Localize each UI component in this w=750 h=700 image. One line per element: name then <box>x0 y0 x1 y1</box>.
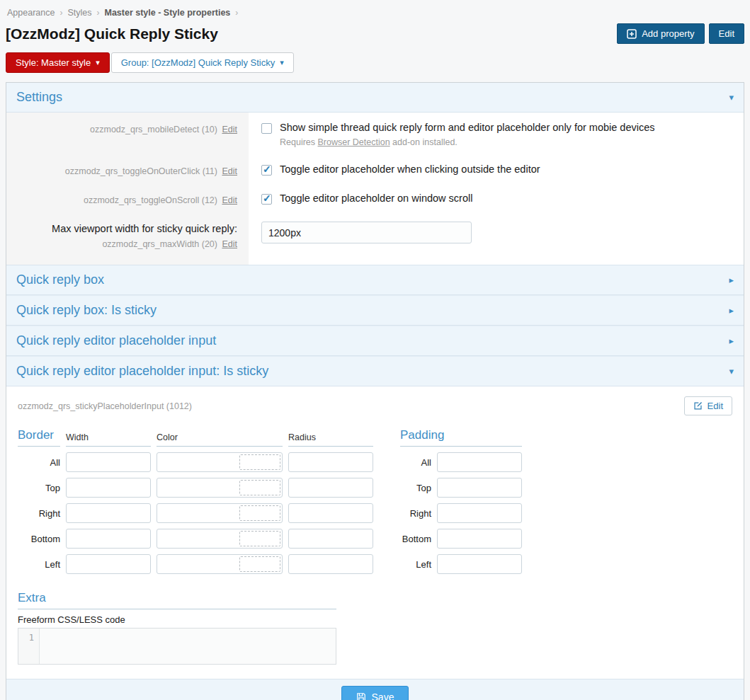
settings-row-toggle-outer-click: ozzmodz_qrs_toggleOnOuterClick (11) Edit… <box>6 154 744 183</box>
pencil-square-icon <box>693 401 703 411</box>
border-width-bottom-input[interactable] <box>66 529 151 549</box>
property-name: ozzmodz_qrs_mobileDetect (10) <box>90 125 217 134</box>
checkbox-label: Show simple thread quick reply form and … <box>280 122 655 133</box>
section-title: Quick reply editor placeholder input: Is… <box>16 364 268 379</box>
breadcrumb-appearance[interactable]: Appearance <box>7 8 55 18</box>
border-radius-bottom-input[interactable] <box>288 529 373 549</box>
color-swatch-button[interactable] <box>239 480 280 495</box>
property-name: ozzmodz_qrs_toggleOnOuterClick (11) <box>65 166 217 176</box>
section-header-quick-reply-box[interactable]: Quick reply box ▸ <box>6 265 744 295</box>
property-name: ozzmodz_qrs_toggleOnScroll (12) <box>84 195 217 205</box>
border-block: Border Width Color Radius All Top <box>18 428 373 574</box>
edit-property-button[interactable]: Edit <box>684 396 732 415</box>
border-color-bottom-input[interactable] <box>157 529 238 548</box>
property-edit-link[interactable]: Edit <box>222 125 237 134</box>
border-row-label: Left <box>18 559 60 570</box>
padding-bottom-input[interactable] <box>437 529 522 549</box>
border-radius-left-input[interactable] <box>288 554 373 574</box>
padding-row-label: Left <box>400 559 431 570</box>
style-selector-button[interactable]: Style: Master style ▾ <box>6 52 110 73</box>
plus-square-icon <box>627 29 637 39</box>
settings-body: ozzmodz_qrs_mobileDetect (10) Edit Show … <box>6 113 744 265</box>
chevron-down-icon: ▾ <box>96 58 100 67</box>
padding-row-label: Bottom <box>400 534 431 544</box>
toggle-on-scroll-checkbox[interactable] <box>261 194 272 205</box>
padding-title: Padding <box>400 428 522 447</box>
panel-footer: Save <box>6 679 744 700</box>
breadcrumb-styles[interactable]: Styles <box>67 8 91 18</box>
mobile-detect-option[interactable]: Show simple thread quick reply form and … <box>261 122 731 134</box>
border-color-all-input[interactable] <box>157 453 238 471</box>
toggle-outer-click-checkbox[interactable] <box>261 165 272 176</box>
css-code-input[interactable] <box>40 629 336 664</box>
section-header-placeholder-input[interactable]: Quick reply editor placeholder input ▸ <box>6 326 744 356</box>
add-property-button[interactable]: Add property <box>617 23 704 44</box>
toggle-on-scroll-option[interactable]: Toggle editor placeholder on window scro… <box>261 193 731 205</box>
padding-block: Padding All Top Right Bottom Left <box>400 428 522 574</box>
color-swatch-button[interactable] <box>239 454 280 470</box>
settings-row-max-width: Max viewport width for sticky quick repl… <box>6 212 744 265</box>
settings-row-toggle-on-scroll: ozzmodz_qrs_toggleOnScroll (12) Edit Tog… <box>6 183 744 212</box>
hint-suffix: add-on installed. <box>390 137 458 147</box>
section-title: Settings <box>16 90 62 105</box>
border-color-all-field <box>157 452 283 472</box>
border-row-label: Right <box>18 508 60 519</box>
breadcrumb-current[interactable]: Master style - Style properties <box>104 8 230 18</box>
mobile-detect-checkbox[interactable] <box>261 123 272 134</box>
style-properties-page: Appearance › Styles › Master style - Sty… <box>0 0 750 700</box>
style-selector-label: Style: Master style <box>16 57 91 68</box>
edit-button[interactable]: Edit <box>709 23 744 44</box>
property-name: ozzmodz_qrs_stickyPlaceholderInput (1012… <box>18 401 192 411</box>
line-number: 1 <box>18 629 40 664</box>
padding-top-input[interactable] <box>437 478 522 498</box>
breadcrumb-separator-icon: › <box>59 8 62 18</box>
property-edit-link[interactable]: Edit <box>222 195 237 205</box>
border-width-all-input[interactable] <box>66 452 151 472</box>
breadcrumb-separator-icon: › <box>235 8 238 18</box>
edit-property-label: Edit <box>708 401 723 411</box>
browser-detection-link[interactable]: Browser Detection <box>318 137 390 147</box>
hint-text: Requires Browser Detection add-on instal… <box>280 137 731 147</box>
property-edit-link[interactable]: Edit <box>222 166 237 176</box>
color-swatch-button[interactable] <box>239 556 280 572</box>
edit-label: Edit <box>719 28 734 39</box>
hint-prefix: Requires <box>280 137 318 147</box>
border-color-right-input[interactable] <box>157 504 238 522</box>
section-title: Quick reply box: Is sticky <box>16 303 157 318</box>
chevron-right-icon: ▸ <box>729 305 734 316</box>
border-width-right-input[interactable] <box>66 503 151 523</box>
section-header-settings[interactable]: Settings ▾ <box>6 83 744 113</box>
max-width-input[interactable] <box>261 222 472 243</box>
section-header-quick-reply-box-sticky[interactable]: Quick reply box: Is sticky ▸ <box>6 295 744 326</box>
chevron-right-icon: ▸ <box>729 335 734 346</box>
border-color-right-field <box>157 503 283 523</box>
chevron-down-icon: ▾ <box>729 366 734 377</box>
section-header-placeholder-input-sticky[interactable]: Quick reply editor placeholder input: Is… <box>6 356 744 386</box>
border-col-width: Width <box>66 432 151 447</box>
page-title: [OzzModz] Quick Reply Sticky <box>6 25 218 42</box>
padding-all-input[interactable] <box>437 452 522 472</box>
checkbox-label: Toggle editor placeholder on window scro… <box>280 193 472 204</box>
checkbox-label: Toggle editor placeholder when clicking … <box>280 163 540 175</box>
extra-block: Extra Freeform CSS/LESS code 1 <box>18 591 336 665</box>
group-selector-label: Group: [OzzModz] Quick Reply Sticky <box>121 57 275 68</box>
group-selector-button[interactable]: Group: [OzzModz] Quick Reply Sticky ▾ <box>111 52 294 73</box>
border-radius-all-input[interactable] <box>288 452 373 472</box>
padding-row-label: Right <box>400 508 431 519</box>
border-radius-top-input[interactable] <box>288 478 373 498</box>
save-button[interactable]: Save <box>341 686 409 700</box>
toggle-outer-click-option[interactable]: Toggle editor placeholder when clicking … <box>261 163 731 176</box>
sticky-placeholder-body: ozzmodz_qrs_stickyPlaceholderInput (1012… <box>6 386 744 679</box>
border-width-top-input[interactable] <box>66 478 151 498</box>
border-color-left-input[interactable] <box>157 555 238 573</box>
padding-right-input[interactable] <box>437 503 522 523</box>
border-width-left-input[interactable] <box>66 554 151 574</box>
floppy-disk-icon <box>356 692 366 700</box>
padding-left-input[interactable] <box>437 554 522 574</box>
border-color-top-input[interactable] <box>157 478 238 497</box>
property-edit-link[interactable]: Edit <box>222 239 237 249</box>
color-swatch-button[interactable] <box>239 505 280 521</box>
padding-row-label: All <box>400 457 431 468</box>
border-radius-right-input[interactable] <box>288 503 373 523</box>
color-swatch-button[interactable] <box>239 531 280 546</box>
